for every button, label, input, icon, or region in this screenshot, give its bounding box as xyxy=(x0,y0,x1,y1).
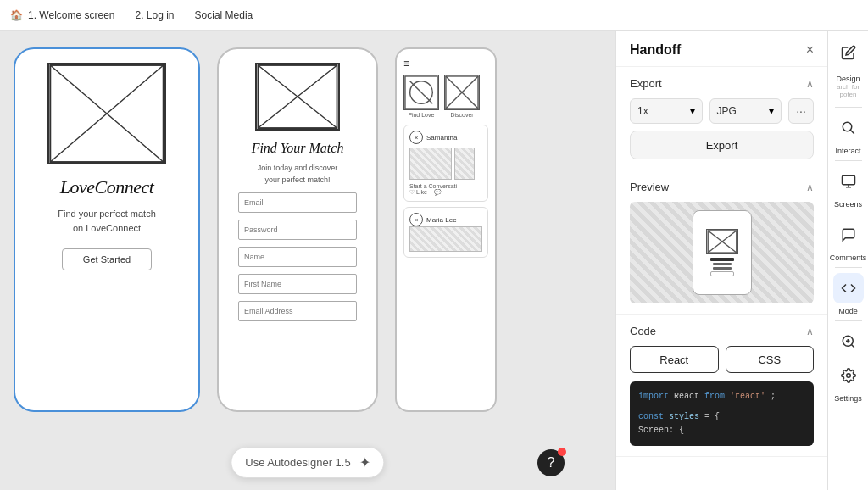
code-line-2 xyxy=(638,404,805,410)
discover-label: Discover xyxy=(450,112,473,118)
toolbar-divider-1 xyxy=(835,107,862,108)
settings-label: Settings xyxy=(834,394,862,403)
preview-header: Preview ∧ xyxy=(630,181,814,193)
discover-image xyxy=(444,75,480,110)
design-section: Design arch for poten xyxy=(828,71,868,102)
autodesigner-label: Use Autodesigner 1.5 xyxy=(245,456,350,469)
home-icon: 🏠 xyxy=(10,9,23,21)
welcome-subtitle: Find your perfect match on LoveConnect xyxy=(58,207,156,235)
export-controls: 1x ▾ JPG ▾ ··· xyxy=(630,98,814,124)
login-hero-image xyxy=(255,63,340,131)
toolbar-divider-2 xyxy=(835,160,862,161)
screen3-label: Social Media xyxy=(195,9,253,21)
export-header: Export ∧ xyxy=(630,77,814,90)
email-input[interactable] xyxy=(238,192,357,213)
screen1-frame[interactable]: LoveConnect Find your perfect match on L… xyxy=(14,47,200,412)
login-title: Find Your Match xyxy=(252,141,344,156)
design-label: Design xyxy=(828,75,868,83)
svg-point-22 xyxy=(846,374,850,378)
scale-chevron: ▾ xyxy=(690,105,695,117)
conversation-label: Start a Conversati xyxy=(409,183,482,189)
email-address-input[interactable] xyxy=(238,301,357,321)
preview-phone xyxy=(693,210,752,295)
welcome-hero-image xyxy=(47,63,166,164)
get-started-button[interactable]: Get Started xyxy=(62,248,152,270)
screens-button[interactable] xyxy=(833,166,864,197)
welcome-title: LoveConnect xyxy=(60,176,154,198)
comments-button[interactable] xyxy=(833,220,864,250)
main-layout: LoveConnect Find your perfect match on L… xyxy=(0,31,868,490)
scale-select[interactable]: 1x ▾ xyxy=(630,98,703,124)
preview-button-line xyxy=(710,271,734,276)
hamburger-icon: ≡ xyxy=(403,58,488,70)
toolbar-divider-4 xyxy=(835,267,862,268)
samantha-name: Samantha xyxy=(426,134,457,142)
export-button[interactable]: Export xyxy=(630,131,814,159)
scale-value: 1x xyxy=(637,105,648,117)
svg-rect-0 xyxy=(50,65,163,162)
screen2-frame[interactable]: Find Your Match Join today and discover … xyxy=(217,47,378,412)
find-love-label: Find Love xyxy=(409,112,435,118)
screen3-wrapper: ≡ Find Love xyxy=(395,47,497,412)
react-tab[interactable]: React xyxy=(630,346,719,373)
preview-area xyxy=(630,202,814,303)
css-tab[interactable]: CSS xyxy=(726,346,815,373)
panel-close-button[interactable]: × xyxy=(806,42,814,58)
right-toolbar: Design arch for poten Interact Screens C… xyxy=(827,31,868,490)
interact-label: Interact xyxy=(835,147,860,155)
canvas-screens: LoveConnect Find your perfect match on L… xyxy=(14,47,497,412)
format-value: JPG xyxy=(717,105,737,117)
name-input[interactable] xyxy=(238,247,357,267)
code-line-3: const styles = { xyxy=(638,410,805,424)
svg-rect-15 xyxy=(842,175,854,185)
maria-card: × Maria Lee xyxy=(403,207,488,258)
preview-label: Preview xyxy=(630,181,669,193)
svg-line-1 xyxy=(50,65,163,162)
settings-button[interactable] xyxy=(833,360,864,391)
format-select[interactable]: JPG ▾ xyxy=(709,98,782,124)
screen2-wrapper: Find Your Match Join today and discover … xyxy=(217,47,378,412)
find-love-image xyxy=(403,75,439,110)
screen1-label: 🏠 1. Welcome screen xyxy=(10,9,115,21)
code-block: import React from 'react' ; const styles… xyxy=(630,381,814,446)
handoff-panel: Handoff × Export ∧ 1x ▾ JPG ▾ ··· Export xyxy=(615,31,827,490)
more-options-button[interactable]: ··· xyxy=(788,98,814,124)
preview-text-block xyxy=(698,258,746,276)
toolbar-divider-5 xyxy=(835,320,862,321)
preview-section: Preview ∧ xyxy=(616,170,827,315)
svg-line-19 xyxy=(851,344,854,347)
code-section: Code ∧ React CSS import React from 'reac… xyxy=(616,315,827,457)
code-line-1: import React from 'react' ; xyxy=(638,390,805,404)
interact-button[interactable] xyxy=(833,113,864,143)
export-label: Export xyxy=(630,77,662,90)
code-line-4: Screen: { xyxy=(638,424,805,437)
autodesigner-bar[interactable]: Use Autodesigner 1.5 ✦ xyxy=(231,447,384,478)
preview-chevron: ∧ xyxy=(806,181,814,193)
screen1-wrapper: LoveConnect Find your perfect match on L… xyxy=(14,47,200,412)
export-section: Export ∧ 1x ▾ JPG ▾ ··· Export xyxy=(616,67,827,170)
mode-button[interactable] xyxy=(833,273,864,303)
code-chevron: ∧ xyxy=(806,326,814,337)
code-header: Code ∧ xyxy=(630,325,814,337)
help-bubble[interactable]: ? xyxy=(537,449,565,476)
maria-avatar: × xyxy=(409,213,423,226)
login-screen: Find Your Match Join today and discover … xyxy=(232,63,363,321)
screen2-label: 2. Log in xyxy=(136,9,175,21)
password-input[interactable] xyxy=(238,220,357,240)
preview-title-line xyxy=(710,258,734,261)
export-chevron: ∧ xyxy=(806,78,814,90)
help-badge xyxy=(558,448,566,456)
login-subtitle: Join today and discover your perfect mat… xyxy=(258,163,338,186)
preview-sketch xyxy=(706,229,738,254)
screen3-frame[interactable]: ≡ Find Love xyxy=(395,47,497,412)
maria-name: Maria Lee xyxy=(426,216,457,224)
welcome-screen: LoveConnect Find your perfect match on L… xyxy=(29,63,185,397)
social-icons-row: Find Love Discover xyxy=(403,75,488,118)
zoom-in-button[interactable] xyxy=(833,326,864,357)
format-chevron: ▾ xyxy=(769,105,774,117)
firstname-input[interactable] xyxy=(238,274,357,294)
edit-button[interactable] xyxy=(833,37,864,68)
sparkle-icon: ✦ xyxy=(359,454,370,471)
samantha-avatar: × xyxy=(409,131,423,144)
comments-label: Comments xyxy=(830,253,867,262)
